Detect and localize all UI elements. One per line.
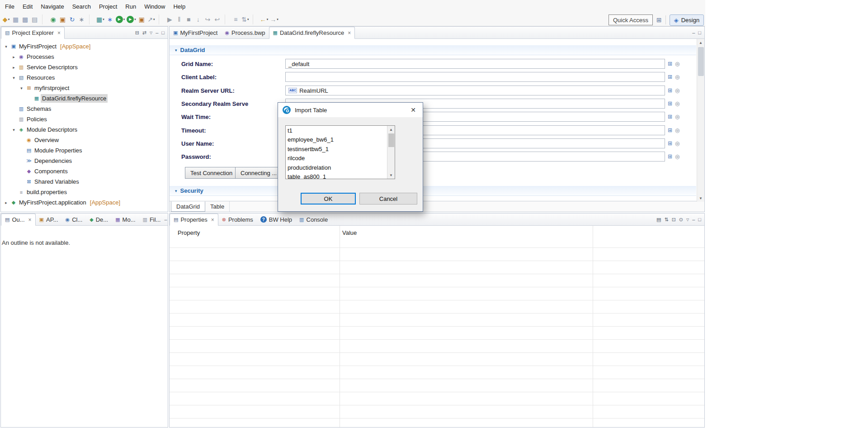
back-button[interactable]: ←▾ (259, 14, 269, 25)
table-list-item-testinsertbw5-1[interactable]: testinsertbw5_1 (288, 145, 387, 154)
tree-item-service-descriptors[interactable]: ▸▥Service Descriptors (1, 62, 168, 72)
editor-tab-process-bwp[interactable]: ◉Process.bwp (221, 27, 269, 38)
view-tab-ou[interactable]: ▤Ou...× (1, 214, 36, 226)
reset-field-icon[interactable]: ◎ (675, 61, 679, 67)
cancel-button[interactable]: Cancel (359, 193, 417, 204)
expanded-expander-icon[interactable]: ▾ (3, 44, 9, 49)
table-list-item-employee-bw6-1[interactable]: employee_bw6_1 (288, 135, 387, 144)
menu-edit[interactable]: Edit (19, 1, 37, 12)
collapsed-expander-icon[interactable]: ▸ (10, 65, 17, 70)
minimize-icon[interactable]: – (156, 30, 158, 35)
table-list-item-productidrelation[interactable]: productidrelation (288, 163, 387, 172)
terminate-button[interactable]: ■ (184, 14, 193, 25)
menu-navigate[interactable]: Navigate (37, 1, 68, 12)
module-property-picker-icon[interactable]: ⊞ (668, 153, 672, 160)
pin-view-icon[interactable]: ⊙ (679, 217, 683, 223)
forward-button[interactable]: →▾ (269, 14, 279, 25)
section-collapse-icon[interactable]: ▾ (175, 48, 177, 52)
tree-item-myfirstproject[interactable]: ▾⊞myfirstproject (1, 83, 168, 93)
close-view-icon[interactable]: × (57, 30, 61, 36)
open-perspective-icon[interactable]: ⊞ (656, 16, 662, 24)
view-tab-cl[interactable]: ◉Cl... (62, 214, 86, 225)
maximize-icon[interactable]: □ (698, 217, 701, 222)
tree-item-myfirstproject-application[interactable]: ▸◆MyFirstProject.application[AppSpace] (1, 197, 168, 208)
new-java-class-button[interactable]: ◉ (48, 14, 58, 25)
view-tab-de[interactable]: ◆De... (86, 214, 112, 225)
close-tab-icon[interactable]: × (28, 217, 32, 223)
deploy-package-button[interactable]: ▣ (137, 14, 146, 25)
tree-item-policies[interactable]: ▥Policies (1, 114, 168, 124)
tree-item-overview[interactable]: ◉Overview (1, 135, 168, 145)
new-wizard-button[interactable]: ◆▾ (1, 14, 11, 25)
grid-name-input[interactable]: _default (285, 59, 665, 69)
tree-item-components[interactable]: ◆Components (1, 166, 168, 176)
run-button[interactable]: ▶▾ (115, 14, 126, 25)
view-tab-bw-help[interactable]: ?BW Help (257, 214, 296, 225)
reset-field-icon[interactable]: ◎ (675, 87, 679, 94)
quick-access-button[interactable]: Quick Access (609, 14, 653, 25)
minimize-icon[interactable]: – (692, 217, 695, 222)
client-label-input[interactable] (285, 72, 665, 82)
tree-item-module-properties[interactable]: ▤Module Properties (1, 145, 168, 156)
expanded-expander-icon[interactable]: ▾ (10, 76, 17, 80)
scrollbar-thumb[interactable] (698, 47, 704, 76)
scroll-up-icon[interactable]: ▲ (387, 126, 395, 133)
tree-item-module-descriptors[interactable]: ▾◈Module Descriptors (1, 124, 168, 135)
menu-window[interactable]: Window (140, 1, 169, 12)
scroll-up-icon[interactable]: ▲ (697, 39, 704, 46)
close-tab-icon[interactable]: × (211, 217, 214, 223)
view-tab-console[interactable]: ▥Console (296, 214, 331, 225)
connecting-button[interactable]: Connecting ... (235, 167, 282, 179)
reset-field-icon[interactable]: ◎ (675, 127, 679, 133)
step-return-button[interactable]: ↩ (212, 14, 222, 25)
external-tools-button[interactable]: ↗▾ (146, 14, 156, 25)
view-menu-icon[interactable]: ▽ (150, 31, 152, 35)
dialog-close-icon[interactable]: ✕ (404, 103, 423, 117)
editor-scrollbar[interactable]: ▲ ▼ (697, 39, 704, 202)
tree-item-processes[interactable]: ▸◉Processes (1, 52, 168, 62)
module-property-picker-icon[interactable]: ⊞ (668, 61, 672, 67)
step-over-button[interactable]: ↪ (203, 14, 212, 25)
view-tab-problems[interactable]: ⊗Problems (218, 214, 257, 225)
collapse-all-icon[interactable]: ⊟ (135, 30, 139, 36)
module-property-picker-icon[interactable]: ⊞ (668, 100, 672, 107)
sort-alphabetically-icon[interactable]: ⇅ (664, 217, 668, 223)
view-tab-fil[interactable]: ▥Fil... (139, 214, 165, 225)
minimize-icon[interactable]: – (692, 30, 695, 35)
data-grid-tools-button[interactable]: ▦▾ (95, 14, 105, 25)
view-menu-icon[interactable]: ▽ (686, 218, 689, 222)
tree-item-resources[interactable]: ▾▧Resources (1, 72, 168, 83)
dialog-title-bar[interactable]: Import Table ✕ (278, 103, 423, 117)
open-plugin-button[interactable]: ▣ (58, 14, 67, 25)
mark-occurrences-button[interactable]: ⇅▾ (241, 14, 250, 25)
view-tab-mo[interactable]: ▦Mo... (112, 214, 139, 225)
refresh-button[interactable]: ↻ (67, 14, 77, 25)
expanded-expander-icon[interactable]: ▾ (10, 128, 17, 132)
expanded-expander-icon[interactable]: ▾ (18, 86, 25, 90)
print-button[interactable]: ▤ (30, 14, 39, 25)
collapsed-expander-icon[interactable]: ▸ (3, 200, 9, 205)
menu-run[interactable]: Run (121, 1, 140, 12)
suspend-button[interactable]: ‖ (175, 14, 184, 25)
link-with-editor-icon[interactable]: ⇄ (142, 30, 146, 36)
view-tab-ap[interactable]: ▣AP... (36, 214, 62, 225)
module-property-picker-icon[interactable]: ⊞ (668, 140, 672, 147)
menu-project[interactable]: Project (95, 1, 121, 12)
page-tab-table[interactable]: Table (205, 201, 230, 212)
table-list-item-table-as800-1[interactable]: table_as800_1 (288, 172, 387, 179)
resume-button[interactable]: ▶ (165, 14, 175, 25)
project-explorer-view-tab[interactable]: ▧ Project Explorer × (1, 27, 65, 39)
step-into-button[interactable]: ↓ (193, 14, 203, 25)
menu-search[interactable]: Search (68, 1, 95, 12)
reset-field-icon[interactable]: ◎ (675, 153, 679, 160)
reset-field-icon[interactable]: ◎ (675, 100, 679, 107)
design-perspective-button[interactable]: ◈ Design (670, 14, 704, 26)
module-property-picker-icon[interactable]: ⊞ (668, 114, 672, 120)
reset-field-icon[interactable]: ◎ (675, 74, 679, 80)
realm-server-url-input[interactable]: ABCRealmURL (285, 86, 665, 95)
page-tab-datagrid[interactable]: DataGrid (171, 201, 205, 212)
test-connection-button[interactable]: Test Connection (185, 167, 238, 179)
scrollbar-thumb[interactable] (388, 133, 394, 147)
tree-item-dependencies[interactable]: ≫Dependencies (1, 156, 168, 166)
menu-help[interactable]: Help (169, 1, 189, 12)
